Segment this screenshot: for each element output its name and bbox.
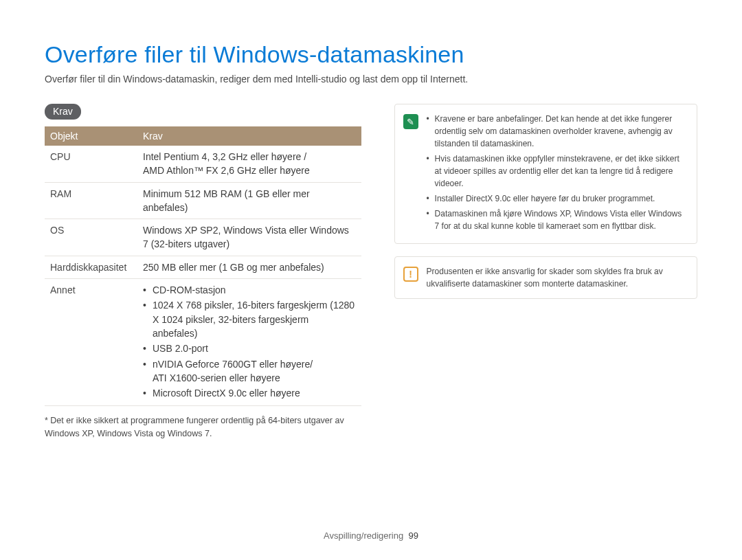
- table-row: OS Windows XP SP2, Windows Vista eller W…: [45, 219, 361, 256]
- table-row: RAM Minimum 512 MB RAM (1 GB eller mer a…: [45, 182, 361, 219]
- cell-value: Windows XP SP2, Windows Vista eller Wind…: [137, 219, 361, 256]
- page-title: Overføre filer til Windows-datamaskinen: [45, 41, 697, 68]
- list-item: Installer DirectX 9.0c eller høyere før …: [427, 192, 687, 205]
- list-item: nVIDIA Geforce 7600GT eller høyere/ ATI …: [143, 357, 356, 385]
- table-row: Harddiskkapasitet 250 MB eller mer (1 GB…: [45, 256, 361, 278]
- list-item: CD-ROM-stasjon: [143, 283, 356, 297]
- cell-value: Minimum 512 MB RAM (1 GB eller mer anbef…: [137, 182, 361, 219]
- cell-value: 250 MB eller mer (1 GB og mer anbefales): [137, 256, 361, 278]
- list-item: Datamaskinen må kjøre Windows XP, Window…: [427, 208, 687, 232]
- info-callout: ✎ Kravene er bare anbefalinger. Det kan …: [394, 104, 697, 244]
- footer-page-number: 99: [408, 530, 418, 541]
- cell-label: OS: [45, 219, 137, 256]
- table-row: Annet CD-ROM-stasjon 1024 X 768 piksler,…: [45, 279, 361, 406]
- warning-icon: !: [403, 267, 418, 282]
- table-header-objekt: Objekt: [45, 126, 137, 146]
- cell-value: CD-ROM-stasjon 1024 X 768 piksler, 16-bi…: [137, 279, 361, 406]
- page-subtitle: Overfør filer til din Windows-datamaskin…: [45, 74, 697, 85]
- list-item: USB 2.0-port: [143, 341, 356, 355]
- cell-label: Harddiskkapasitet: [45, 256, 137, 278]
- list-item: Hvis datamaskinen ikke oppfyller minstek…: [427, 153, 687, 190]
- list-item: Microsoft DirectX 9.0c eller høyere: [143, 386, 356, 400]
- cell-label: RAM: [45, 182, 137, 219]
- warning-text: Produsenten er ikke ansvarlig for skader…: [427, 265, 687, 290]
- table-row: CPU Intel Pentium 4, 3,2 GHz eller høyer…: [45, 146, 361, 182]
- list-item: Kravene er bare anbefalinger. Det kan he…: [427, 113, 687, 150]
- footer-section: Avspilling/redigering: [324, 530, 403, 541]
- page-footer: Avspilling/redigering 99: [0, 530, 742, 541]
- list-item: 1024 X 768 piksler, 16-biters fargeskjer…: [143, 298, 356, 340]
- cell-label: Annet: [45, 279, 137, 406]
- requirements-table: Objekt Krav CPU Intel Pentium 4, 3,2 GHz…: [45, 126, 361, 406]
- cell-value: Intel Pentium 4, 3,2 GHz eller høyere / …: [137, 146, 361, 182]
- warning-callout: ! Produsenten er ikke ansvarlig for skad…: [394, 256, 697, 299]
- footnote: * Det er ikke sikkert at programmene fun…: [45, 414, 361, 439]
- info-icon: ✎: [403, 114, 418, 129]
- table-header-krav: Krav: [137, 126, 361, 146]
- cell-label: CPU: [45, 146, 137, 182]
- section-pill-krav: Krav: [45, 104, 81, 120]
